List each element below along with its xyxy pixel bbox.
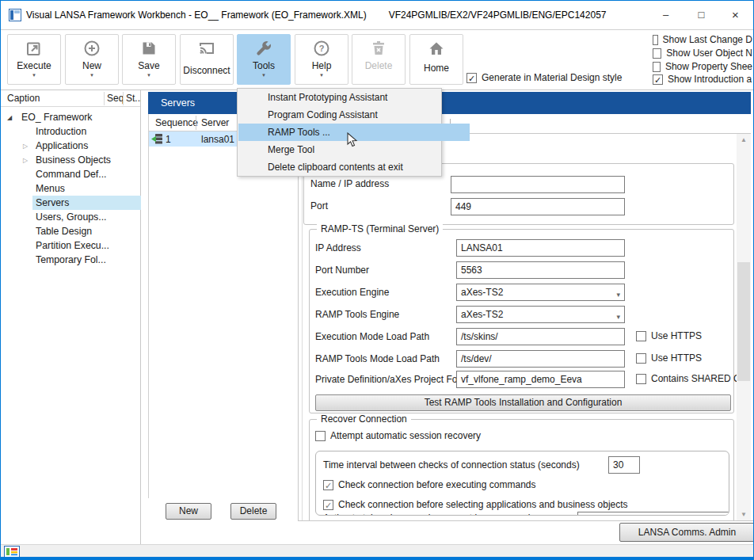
action-label: Action to take when session cannot be re… bbox=[323, 512, 531, 516]
toolbar: Execute ▼ New ▼ Save ▼ Disconnect Tools … bbox=[1, 30, 753, 90]
lansa-comms-admin-button[interactable]: LANSA Comms. Admin bbox=[619, 523, 754, 542]
tree-item-servers[interactable]: Servers bbox=[32, 196, 142, 210]
check-exec-row: ✓ Check connection before executing comm… bbox=[323, 479, 535, 490]
ramp-tools-mode-load-path-input[interactable]: /ts/dev/ bbox=[456, 350, 625, 368]
show-property-sheet-checkbox[interactable] bbox=[653, 62, 661, 72]
home-button[interactable]: Home bbox=[409, 34, 463, 85]
tree-item-root[interactable]: EO_ Framework bbox=[21, 112, 93, 123]
attempt-recovery-row: Attempt automatic session recovery bbox=[315, 430, 481, 441]
help-button[interactable]: ? Help ▼ bbox=[295, 34, 348, 85]
home-label: Home bbox=[424, 63, 449, 74]
tree-item-command-def[interactable]: Command Def... bbox=[36, 169, 107, 180]
show-last-change-checkbox[interactable] bbox=[653, 35, 658, 45]
tree-expander-root[interactable]: ◢ bbox=[7, 114, 12, 121]
col-server[interactable]: Server bbox=[201, 117, 229, 128]
check-exec-label: Check connection before executing comman… bbox=[338, 479, 535, 490]
chevron-down-icon: ▼ bbox=[32, 73, 36, 78]
tree-item-partition-execution[interactable]: Partition Execu... bbox=[36, 240, 109, 251]
use-https-2-checkbox[interactable] bbox=[636, 353, 646, 364]
execution-mode-load-path-input[interactable]: /ts/skins/ bbox=[456, 328, 625, 345]
scrollbar-thumb[interactable] bbox=[737, 262, 750, 381]
home-icon bbox=[427, 39, 446, 58]
name-ip-label: Name / IP address bbox=[310, 178, 389, 189]
check-select-row: ✓ Check connection before selecting appl… bbox=[323, 499, 628, 510]
check-select-checkbox[interactable]: ✓ bbox=[323, 500, 333, 510]
port-label: Port bbox=[310, 200, 328, 211]
form-scrollbar[interactable]: ▲ ▼ bbox=[737, 134, 751, 520]
show-last-change-row: Show Last Change D bbox=[653, 34, 752, 45]
tree-expander-applications[interactable]: ▷ bbox=[23, 143, 28, 150]
recover-connection-legend: Recover Connection bbox=[317, 413, 411, 425]
private-folder-label: Private Definition/aXes Project Folder bbox=[315, 374, 473, 385]
show-property-sheet-row: Show Property Shee bbox=[653, 61, 752, 72]
tree-item-applications[interactable]: Applications bbox=[36, 140, 88, 151]
action-combo[interactable]: Notify and disconnect bbox=[577, 512, 729, 516]
tree-col-caption[interactable]: Caption bbox=[7, 93, 40, 104]
save-icon bbox=[139, 39, 158, 58]
window-bottom-edge bbox=[1, 557, 753, 560]
attempt-recovery-checkbox[interactable] bbox=[315, 431, 326, 441]
delete-server-button[interactable]: Delete bbox=[230, 503, 276, 520]
use-https-1-checkbox[interactable] bbox=[636, 331, 646, 341]
tree-item-menus[interactable]: Menus bbox=[36, 183, 65, 194]
name-ip-input[interactable] bbox=[451, 176, 625, 193]
show-last-change-label: Show Last Change D bbox=[663, 34, 752, 45]
scroll-down-icon[interactable]: ▼ bbox=[737, 509, 751, 520]
navigation-tree-panel: Caption Seq St... ◢ EO_ Framework Introd… bbox=[1, 90, 141, 544]
tree-item-business-objects[interactable]: Business Objects bbox=[36, 154, 111, 166]
tools-wrench-icon bbox=[254, 39, 273, 58]
status-app-icon[interactable] bbox=[4, 546, 20, 558]
tree-expander-business-objects[interactable]: ▷ bbox=[23, 157, 28, 164]
show-introduction-checkbox[interactable]: ✓ bbox=[653, 74, 663, 85]
show-user-object-checkbox[interactable] bbox=[653, 48, 661, 59]
execution-engine-combo[interactable]: aXes-TS2▾ bbox=[456, 284, 625, 301]
save-label: Save bbox=[138, 60, 159, 71]
new-server-button[interactable]: New bbox=[166, 503, 211, 520]
new-button[interactable]: New ▼ bbox=[65, 34, 119, 85]
check-exec-checkbox[interactable]: ✓ bbox=[323, 480, 333, 490]
delete-button[interactable]: Delete bbox=[352, 34, 406, 85]
execution-mode-load-path-label: Execution Mode Load Path bbox=[315, 331, 429, 342]
tree-item-table-design[interactable]: Table Design bbox=[36, 226, 92, 237]
combo-arrow-icon: ▾ bbox=[616, 309, 620, 323]
ip-address-input[interactable]: LANSA01 bbox=[456, 239, 625, 257]
col-sequence[interactable]: Sequence bbox=[155, 117, 198, 128]
panel-splitter[interactable] bbox=[141, 90, 148, 544]
material-design-checkbox[interactable]: ✓ bbox=[466, 73, 477, 83]
menu-item-delete-clipboard[interactable]: Delete clipboard contents at exit bbox=[238, 158, 470, 176]
menu-item-program-coding[interactable]: Program Coding Assistant bbox=[238, 106, 470, 124]
port-number-input[interactable]: 5563 bbox=[456, 261, 625, 279]
window-title: Visual LANSA Framework Workbench - EO__ … bbox=[26, 10, 606, 21]
save-button[interactable]: Save ▼ bbox=[122, 34, 176, 85]
tools-dropdown-menu: Instant Prototyping Assistant Program Co… bbox=[237, 88, 442, 177]
execute-button[interactable]: Execute ▼ bbox=[7, 34, 61, 85]
ramp-tools-engine-combo[interactable]: aXes-TS2▾ bbox=[456, 306, 625, 323]
maximize-button[interactable]: □ bbox=[684, 1, 719, 29]
ip-address-label: IP Address bbox=[315, 242, 361, 253]
tools-button[interactable]: Tools ▼ bbox=[237, 34, 291, 85]
material-design-label: Generate in Material Design style bbox=[482, 72, 622, 83]
scroll-up-icon[interactable]: ▲ bbox=[737, 134, 751, 146]
material-design-checkbox-row: ✓ Generate in Material Design style bbox=[466, 72, 622, 83]
help-label: Help bbox=[312, 60, 332, 71]
test-ramp-tools-button[interactable]: Test RAMP Tools Installation and Configu… bbox=[315, 394, 731, 411]
disconnect-icon bbox=[197, 39, 216, 58]
menu-item-instant-prototyping[interactable]: Instant Prototyping Assistant bbox=[238, 89, 470, 106]
app-icon bbox=[9, 9, 21, 21]
ramp-ts-legend: RAMP-TS (Terminal Server) bbox=[317, 223, 443, 234]
private-folder-input[interactable]: vf_vlfone_ramp_demo_Eeva bbox=[456, 371, 625, 388]
minimize-button[interactable]: – bbox=[648, 1, 684, 29]
help-icon: ? bbox=[312, 39, 331, 58]
tree-item-temporary-folder[interactable]: Temporary Fol... bbox=[36, 254, 106, 265]
execute-label: Execute bbox=[17, 60, 51, 71]
tree-item-users-groups[interactable]: Users, Groups... bbox=[36, 211, 107, 223]
tree-col-seq[interactable]: Seq bbox=[107, 93, 124, 104]
interval-input[interactable]: 30 bbox=[608, 456, 640, 474]
contains-shared-checkbox[interactable] bbox=[636, 374, 646, 384]
close-button[interactable]: × bbox=[718, 1, 753, 29]
chevron-down-icon: ▼ bbox=[319, 73, 324, 78]
disconnect-button[interactable]: Disconnect bbox=[180, 34, 234, 85]
show-property-sheet-label: Show Property Shee bbox=[665, 61, 752, 72]
tree-item-introduction[interactable]: Introduction bbox=[36, 126, 86, 137]
port-input[interactable]: 449 bbox=[451, 198, 625, 215]
